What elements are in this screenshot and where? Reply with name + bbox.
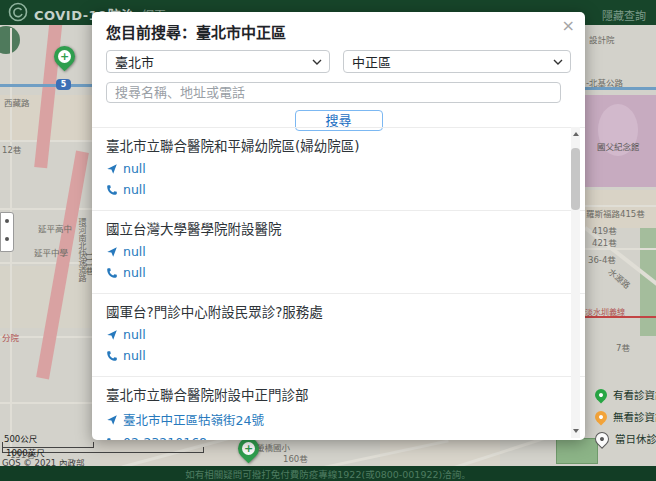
chevron-down-icon [553,59,563,65]
navigate-icon [106,329,118,341]
map-label: 羅斯福路415巷 [586,207,645,219]
street-line [0,402,92,404]
map-label: 西藏路 [4,96,30,108]
city-select-value: 臺北市 [115,52,154,71]
white-pin-icon [592,429,612,449]
result-address: null [123,327,146,342]
chevron-down-icon [312,59,322,65]
expressway [34,18,63,169]
footer-bar: 如有相關疑問可撥打免付費防疫專線1922(或0800-001922)洽詢。 [0,466,656,481]
map-label: 水源路 [606,265,633,291]
result-phone-link[interactable]: null [106,265,146,280]
map-label: 延平高中 [38,222,72,234]
map-label: 淡水圳義線 [585,306,625,317]
park-area [556,438,598,464]
legend-item-closed: 當日休診 [595,432,656,445]
map-label: 160巷 [283,452,308,464]
scroll-down-arrow-icon[interactable] [573,429,579,436]
map-label: 12巷 [2,143,21,155]
result-address-link[interactable]: 臺北市中正區牯嶺街24號 [106,410,264,429]
result-phone: 02-23210168 [123,435,207,440]
result-phone: null [123,348,146,363]
result-address: null [123,161,146,176]
result-item[interactable]: 臺北市立聯合醫院附設中正門診部 臺北市中正區牯嶺街24號 02-23210168 [92,377,585,440]
legend-label: 當日休診 [615,431,656,446]
scroll-up-arrow-icon[interactable] [573,129,579,136]
phone-icon [106,350,118,362]
map-label: 分院 [2,331,19,343]
result-address-link[interactable]: null [106,327,146,342]
map-label: 7巷 [616,341,630,353]
navigate-icon [106,163,118,175]
navigate-icon [106,246,118,258]
region-select-row: 臺北市 中正區 [106,50,571,73]
phone-icon [106,437,118,441]
result-name: 國軍台?門診中心附設民眾診?服務處 [106,301,557,321]
result-phone-link[interactable]: null [106,348,146,363]
street-line [585,248,656,250]
legend-label: 無看診資訊 [613,409,656,424]
result-item[interactable]: 國軍台?門診中心附設民眾診?服務處 null null [92,294,585,376]
navigate-icon [106,414,118,426]
phone-icon [106,267,118,279]
map-label: 36-4巷 [588,253,616,265]
search-modal: 您目前搜尋：臺北市中正區 × 臺北市 中正區 搜尋 臺北市立聯合醫院和平婦幼院區… [92,12,585,440]
city-select[interactable]: 臺北市 [106,50,330,73]
map-label: -北基公路 [586,76,623,88]
legend-label: 有看診資訊 [613,387,656,402]
orange-pin-icon [593,408,610,425]
legend-item-noinfo: 無看診資訊 [595,410,656,423]
map-zoom-control[interactable] [0,212,14,252]
hide-search-link[interactable]: 隱藏查詢 [602,7,646,23]
result-name: 臺北市立聯合醫院和平婦幼院區(婦幼院區) [106,135,557,155]
result-phone: null [123,265,146,280]
map-legend: 有看診資訊 無看診資訊 當日休診 [595,388,656,454]
result-address: 臺北市中正區牯嶺街24號 [123,410,264,429]
highway-shield: 5 [56,79,71,90]
search-input[interactable] [106,82,561,103]
map-label: 419巷 [592,224,617,236]
result-phone-link[interactable]: 02-23210168 [106,435,207,440]
phone-icon [106,184,118,196]
modal-title: 您目前搜尋：臺北市中正區 [106,21,571,42]
close-icon[interactable]: × [562,18,575,34]
results-list: 臺北市立聯合醫院和平婦幼院區(婦幼院區) null null 國立台灣大學醫學院… [92,127,585,440]
result-item[interactable]: 臺北市立聯合醫院和平婦幼院區(婦幼院區) null null [92,128,585,210]
result-name: 臺北市立聯合醫院附設中正門診部 [106,384,557,404]
app-window: 5 西藏路 12巷 延平高中 延平中學 環河南北快速道路 設計院 -北基公路 國… [0,0,656,481]
map-label: 延平中學 [34,246,68,258]
district-select[interactable]: 中正區 [343,50,571,73]
result-item[interactable]: 國立台灣大學醫學院附設醫院 null null [92,211,585,293]
legend-item-open: 有看診資訊 [595,388,656,401]
green-pin-icon [593,386,610,403]
scrollbar-thumb[interactable] [571,148,580,210]
hotline-notice: 如有相關疑問可撥打免付費防疫專線1922(或0800-001922)洽詢。 [185,467,470,481]
result-address-link[interactable]: null [106,161,146,176]
result-phone: null [123,182,146,197]
results-scrollbar[interactable] [571,127,580,438]
cdc-logo-icon [8,2,28,22]
result-phone-link[interactable]: null [106,182,146,197]
district-select-value: 中正區 [352,52,391,71]
blue-route [0,84,92,87]
result-address-link[interactable]: null [106,244,146,259]
result-name: 國立台灣大學醫學院附設醫院 [106,218,557,238]
map-label: 國父紀念館 [597,140,640,152]
map-label: 設計院 [589,33,615,45]
map-label: 421巷 [592,236,617,248]
result-address: null [123,244,146,259]
